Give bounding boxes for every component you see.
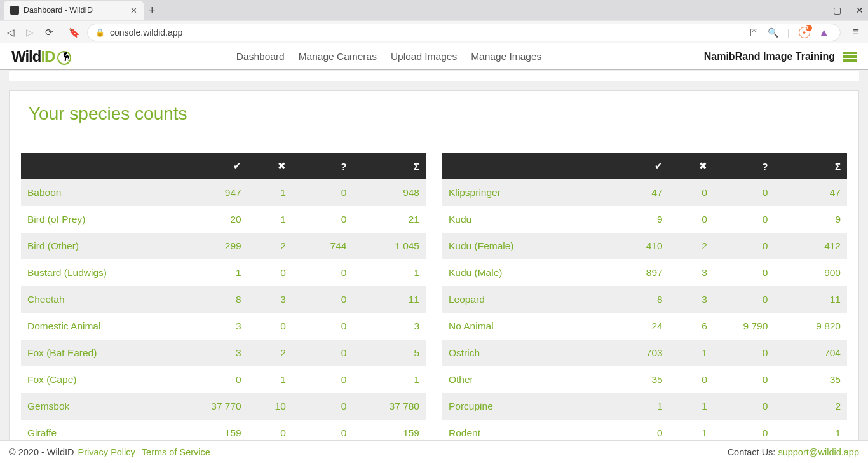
footer: © 2020 - WildID Privacy Policy Terms of … [0, 440, 868, 463]
species-name[interactable]: Gemsbok [21, 393, 183, 420]
species-name[interactable]: Bird (Other) [21, 233, 183, 259]
browser-menu-button[interactable]: ≡ [848, 25, 863, 39]
contact-email-link[interactable]: support@wildid.app [778, 447, 859, 457]
url-bar[interactable]: 🔒 console.wildid.app ⚿ 🔍 | ♦ ▲ [87, 24, 841, 41]
species-name[interactable]: No Animal [442, 313, 604, 340]
species-count-sum: 47 [774, 179, 847, 206]
key-icon[interactable]: ⚿ [750, 27, 759, 38]
species-name[interactable]: Baboon [21, 179, 183, 206]
browser-tab[interactable]: Dashboard - WildID ✕ [4, 1, 144, 20]
x-icon [699, 160, 707, 171]
species-count-x: 1 [669, 340, 714, 366]
nav-manage-cameras[interactable]: Manage Cameras [299, 51, 377, 62]
nav-dashboard[interactable]: Dashboard [236, 51, 285, 62]
species-count-q: 0 [714, 179, 775, 206]
privacy-link[interactable]: Privacy Policy [78, 447, 135, 457]
nav-manage-images[interactable]: Manage Images [471, 51, 541, 62]
check-icon [654, 160, 663, 171]
species-name[interactable]: Bird (of Prey) [21, 206, 183, 233]
table-row: Ostrich70310704 [442, 340, 847, 366]
col-species [442, 153, 604, 179]
species-count-q: 0 [714, 366, 775, 393]
species-count-sum: 1 [774, 420, 847, 440]
species-count-sum: 11 [774, 286, 847, 313]
browser-chrome: Dashboard - WildID ✕ + ― ▢ ✕ ◁ ▷ ⟳ 🔖 🔒 c… [0, 0, 868, 43]
species-name[interactable]: Ostrich [442, 340, 604, 366]
species-name[interactable]: Fox (Bat Eared) [21, 340, 183, 366]
forward-button[interactable]: ▷ [24, 27, 36, 38]
species-name[interactable]: Porcupine [442, 393, 604, 420]
url-text: console.wildid.app [110, 27, 745, 38]
back-button[interactable]: ◁ [5, 27, 17, 38]
species-count-sum: 1 [353, 366, 426, 393]
minimize-button[interactable]: ― [810, 5, 818, 15]
zoom-icon[interactable]: 🔍 [768, 27, 778, 38]
species-count-ok: 703 [604, 340, 669, 366]
species-count-q: 0 [714, 393, 775, 420]
species-count-ok: 3 [183, 313, 248, 340]
table-row: Baboon94710948 [21, 179, 426, 206]
species-count-sum: 9 [774, 206, 847, 233]
species-count-x: 3 [669, 259, 714, 286]
species-count-x: 6 [669, 313, 714, 340]
species-count-sum: 21 [353, 206, 426, 233]
table-row: Porcupine1102 [442, 393, 847, 420]
species-count-x: 0 [669, 206, 714, 233]
table-row: Kudu (Female)41020412 [442, 233, 847, 259]
species-count-ok: 37 770 [183, 393, 248, 420]
species-name[interactable]: Kudu (Male) [442, 259, 604, 286]
extension-icon[interactable]: ▲ [819, 27, 829, 38]
species-count-q: 0 [714, 206, 775, 233]
species-count-x: 2 [669, 233, 714, 259]
favicon-icon [10, 6, 19, 15]
table-row: Leopard83011 [442, 286, 847, 313]
reload-button[interactable]: ⟳ [43, 27, 55, 38]
species-count-ok: 1 [604, 393, 669, 420]
species-count-x: 1 [248, 206, 292, 233]
top-nav: Dashboard Manage Cameras Upload Images M… [74, 51, 703, 62]
app-menu-button[interactable] [843, 52, 857, 62]
content-scroll[interactable]: Your species counts Baboon94710948Bird (… [0, 70, 868, 440]
col-verified [183, 153, 248, 179]
species-count-x: 0 [248, 313, 292, 340]
col-species [21, 153, 183, 179]
species-table-right: Klipspringer470047Kudu9009Kudu (Female)4… [442, 153, 847, 440]
species-name[interactable]: Leopard [442, 286, 604, 313]
page-title: Your species counts [10, 91, 858, 141]
close-tab-icon[interactable]: ✕ [130, 6, 137, 15]
logo[interactable]: WildID [11, 48, 74, 66]
species-name[interactable]: Cheetah [21, 286, 183, 313]
species-count-sum: 159 [353, 420, 426, 440]
species-count-ok: 299 [183, 233, 248, 259]
species-name[interactable]: Domestic Animal [21, 313, 183, 340]
species-name[interactable]: Rodent [442, 420, 604, 440]
species-count-sum: 948 [353, 179, 426, 206]
species-name[interactable]: Kudu (Female) [442, 233, 604, 259]
col-rejected [248, 153, 292, 179]
terms-link[interactable]: Terms of Service [142, 447, 210, 457]
species-count-q: 0 [292, 340, 353, 366]
col-unknown [292, 153, 353, 179]
species-name[interactable]: Kudu [442, 206, 604, 233]
species-count-sum: 412 [774, 233, 847, 259]
shield-icon[interactable]: ♦ [799, 27, 810, 38]
maximize-button[interactable]: ▢ [832, 5, 841, 15]
species-name[interactable]: Other [442, 366, 604, 393]
species-table-left: Baboon94710948Bird (of Prey)201021Bird (… [21, 153, 426, 440]
species-name[interactable]: Klipspringer [442, 179, 604, 206]
species-count-sum: 11 [353, 286, 426, 313]
species-count-q: 0 [714, 233, 775, 259]
species-count-ok: 9 [604, 206, 669, 233]
species-name[interactable]: Bustard (Ludwigs) [21, 259, 183, 286]
species-count-ok: 159 [183, 420, 248, 440]
close-window-button[interactable]: ✕ [855, 5, 864, 15]
tab-title: Dashboard - WildID [24, 6, 126, 15]
table-row: Kudu (Male)89730900 [442, 259, 847, 286]
new-tab-button[interactable]: + [144, 4, 161, 17]
x-icon [278, 160, 286, 171]
species-count-sum: 1 [353, 259, 426, 286]
species-name[interactable]: Giraffe [21, 420, 183, 440]
bookmark-icon[interactable]: 🔖 [69, 27, 79, 38]
nav-upload-images[interactable]: Upload Images [391, 51, 457, 62]
species-name[interactable]: Fox (Cape) [21, 366, 183, 393]
